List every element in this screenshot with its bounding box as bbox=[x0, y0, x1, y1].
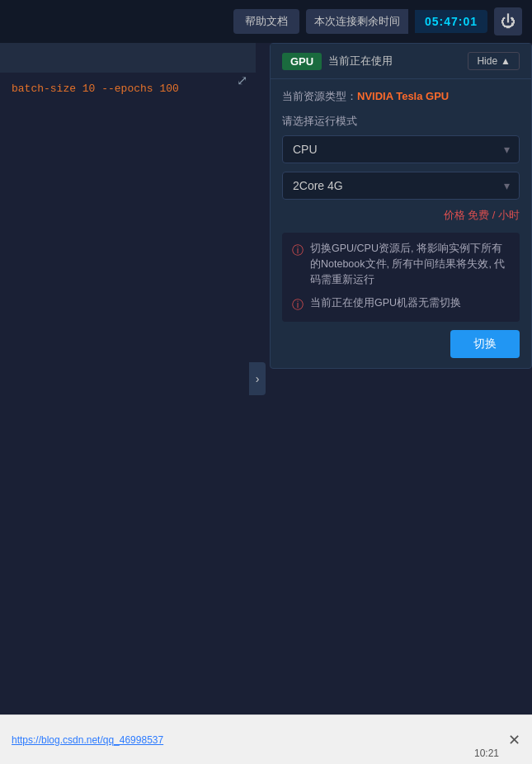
session-time-value: 05:47:01 bbox=[415, 10, 487, 33]
switch-btn-row: 切换 bbox=[282, 330, 520, 358]
spec-select-wrapper: 2Core 4G ▾ bbox=[282, 172, 520, 200]
warning-item-2: ⓘ 当前正在使用GPU机器无需切换 bbox=[292, 295, 510, 314]
code-area: batch-size 10 --epochs 100 bbox=[0, 73, 256, 106]
code-line: batch-size 10 --epochs 100 bbox=[12, 81, 244, 98]
select-mode-label: 请选择运行模式 bbox=[282, 114, 520, 129]
bottom-bar: https://blog.csdn.net/qq_46998537 ✕ 10:2… bbox=[0, 714, 532, 764]
help-doc-button[interactable]: 帮助文档 bbox=[233, 9, 299, 34]
expand-icon[interactable]: ⤢ bbox=[237, 73, 247, 88]
session-time-label: 本次连接剩余时间 bbox=[306, 9, 408, 34]
cpu-select-wrapper: CPU ▾ bbox=[282, 135, 520, 163]
notebook-bar bbox=[0, 43, 256, 73]
left-panel: ⤢ batch-size 10 --epochs 100 bbox=[0, 43, 256, 714]
bottom-time: 10:21 bbox=[474, 747, 499, 759]
close-button[interactable]: ✕ bbox=[508, 731, 520, 749]
switch-button[interactable]: 切换 bbox=[450, 330, 520, 358]
warning-text-1: 切换GPU/CPU资源后, 将影响实例下所有的Notebook文件, 所有中间结… bbox=[310, 241, 510, 287]
gpu-status-text: 当前正在使用 bbox=[328, 54, 461, 68]
hide-label: Hide bbox=[477, 55, 497, 67]
resource-type-row: 当前资源类型：NVIDIA Tesla GPU bbox=[282, 89, 520, 104]
warning-text-2: 当前正在使用GPU机器无需切换 bbox=[310, 295, 461, 311]
main-area: ⤢ batch-size 10 --epochs 100 › GPU 当前正在使… bbox=[0, 43, 532, 714]
collapse-panel-arrow[interactable]: › bbox=[249, 362, 266, 395]
warning-item-1: ⓘ 切换GPU/CPU资源后, 将影响实例下所有的Notebook文件, 所有中… bbox=[292, 241, 510, 287]
spec-select[interactable]: 2Core 4G bbox=[282, 172, 520, 200]
price-row: 价格 免费 / 小时 bbox=[282, 208, 520, 223]
hide-button[interactable]: Hide ▲ bbox=[468, 52, 520, 70]
cpu-select[interactable]: CPU bbox=[282, 135, 520, 163]
warning-icon-1: ⓘ bbox=[292, 242, 304, 259]
resource-type-value: NVIDIA Tesla GPU bbox=[357, 90, 449, 102]
gpu-badge: GPU bbox=[282, 53, 322, 70]
gpu-panel-header: GPU 当前正在使用 Hide ▲ bbox=[271, 44, 531, 79]
gpu-panel: GPU 当前正在使用 Hide ▲ 当前资源类型：NVIDIA Tesla GP… bbox=[270, 43, 532, 369]
header: 帮助文档 本次连接剩余时间 05:47:01 ⏻ bbox=[0, 0, 532, 43]
resource-type-label: 当前资源类型： bbox=[282, 90, 357, 102]
warning-block: ⓘ 切换GPU/CPU资源后, 将影响实例下所有的Notebook文件, 所有中… bbox=[282, 233, 520, 322]
bottom-url[interactable]: https://blog.csdn.net/qq_46998537 bbox=[12, 734, 163, 746]
gpu-panel-body: 当前资源类型：NVIDIA Tesla GPU 请选择运行模式 CPU ▾ 2C… bbox=[271, 79, 531, 368]
chevron-up-icon: ▲ bbox=[501, 55, 511, 67]
power-button[interactable]: ⏻ bbox=[494, 7, 522, 35]
warning-icon-2: ⓘ bbox=[292, 296, 304, 314]
